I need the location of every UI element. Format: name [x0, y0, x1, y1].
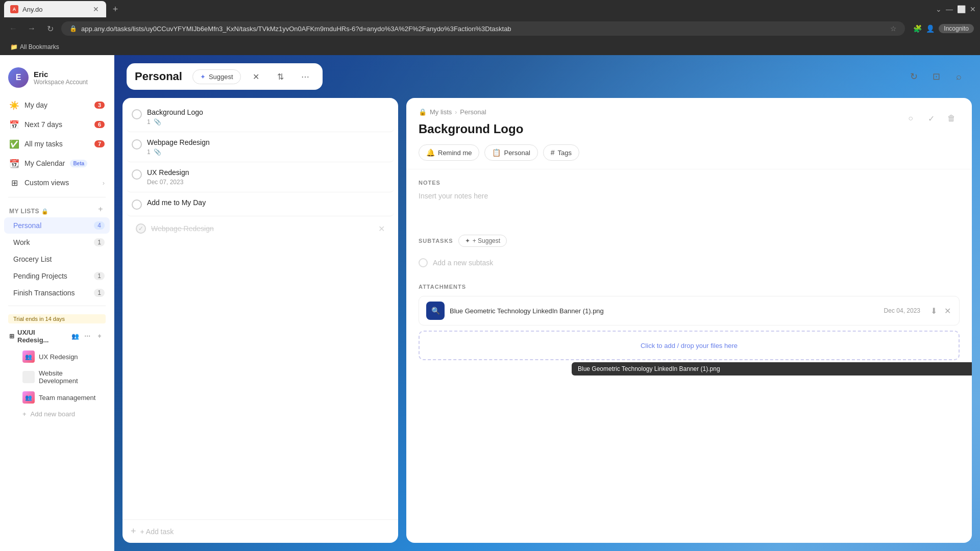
remind-action-icon[interactable]: ○	[902, 110, 919, 127]
detail-title: Background Logo	[419, 122, 896, 136]
tags-chip-icon: #	[551, 148, 555, 157]
breadcrumb-my-lists[interactable]: My lists	[430, 108, 452, 116]
lists-section: Personal 4 Work 1 Grocery List Pending P…	[0, 217, 114, 302]
subtask-suggest-star-icon: ✦	[465, 237, 470, 244]
task-item-add-to-my-day[interactable]: Add me to My Day	[127, 192, 394, 216]
task-item-webpage-redesign[interactable]: Webpage Redesign 1 📎	[127, 132, 394, 162]
list-item-work[interactable]: Work 1	[4, 234, 110, 251]
right-toolbar: ↻ ⊡ ⌕	[904, 67, 968, 86]
user-name: Eric	[34, 70, 106, 79]
delete-action-icon[interactable]: 🗑	[943, 110, 960, 127]
attachment-icon-1: 📎	[154, 118, 161, 126]
custom-views-icon: ⊞	[9, 178, 19, 188]
window-close-icon[interactable]: ✕	[970, 5, 976, 13]
task-title-webpage-redesign: Webpage Redesign	[147, 138, 389, 146]
refresh-button[interactable]: ↻	[904, 67, 923, 86]
add-new-board-button[interactable]: + Add new board	[8, 407, 106, 421]
sidebar-item-next-7-days[interactable]: 📅 Next 7 days 6	[4, 115, 110, 134]
browser-chrome: A Any.do ✕ + ⌄ — ⬜ ✕ ← → ↻ 🔒 app.any.do/…	[0, 0, 980, 55]
task-checkbox-background-logo[interactable]	[132, 109, 142, 119]
completing-check-icon: ✓	[138, 225, 143, 232]
list-item-pending-projects[interactable]: Pending Projects 1	[4, 268, 110, 284]
my-day-icon: ☀️	[9, 100, 19, 110]
board-item-ux-redesign[interactable]: 👥 UX Redesign	[8, 347, 106, 366]
bookmarks-bar: 📁 All Bookmarks	[0, 39, 980, 55]
bookmarks-label[interactable]: 📁 All Bookmarks	[6, 41, 63, 53]
personal-chip-icon: 📋	[492, 148, 501, 157]
add-list-button[interactable]: +	[95, 204, 106, 214]
task-checkbox-ux-redesign[interactable]	[132, 169, 142, 180]
my-day-badge: 3	[94, 102, 105, 109]
my-lists-lock-icon: 🔒	[41, 208, 49, 215]
task-checkbox-webpage-redesign[interactable]	[132, 139, 142, 149]
sort-button[interactable]: ⇅	[272, 67, 290, 86]
maximize-icon[interactable]: ⬜	[957, 5, 966, 13]
task-item-background-logo[interactable]: Background Logo 1 📎	[127, 102, 394, 132]
breadcrumb-current[interactable]: Personal	[460, 108, 486, 116]
workspace-add-icon[interactable]: +	[94, 331, 105, 341]
sidebar-item-my-day[interactable]: ☀️ My day 3	[4, 96, 110, 114]
attachment-remove-button[interactable]: ✕	[944, 306, 951, 316]
task-body-background-logo: Background Logo 1 📎	[147, 108, 389, 126]
more-options-button[interactable]: ⋯	[296, 67, 314, 86]
user-section[interactable]: E Eric Workspace Account	[0, 63, 114, 96]
task-list: Background Logo 1 📎 Webpage	[122, 98, 398, 519]
complete-action-icon[interactable]: ✓	[923, 110, 939, 127]
remind-me-chip[interactable]: 🔔 Remind me	[419, 144, 479, 161]
personal-chip[interactable]: 📋 Personal	[484, 144, 537, 161]
sidebar-item-my-calendar[interactable]: 📆 My Calendar Beta	[4, 154, 110, 172]
sidebar-item-custom-views[interactable]: ⊞ Custom views ›	[4, 173, 110, 192]
url-bar[interactable]: 🔒 app.any.do/tasks/lists/uy0CCuvYFYMIJb6…	[61, 21, 905, 36]
nav-section: ☀️ My day 3 📅 Next 7 days 6 ✅ All my tas…	[0, 96, 114, 193]
attachment-date: Dec 04, 2023	[884, 307, 920, 314]
drop-zone[interactable]: Click to add / drop your files here	[419, 331, 960, 360]
suggest-button[interactable]: ✦ Suggest	[192, 69, 241, 84]
extensions-icon[interactable]: 🧩	[913, 24, 922, 33]
completing-task-dismiss[interactable]: ✕	[378, 224, 385, 234]
attachment-download-button[interactable]: ⬇	[930, 306, 937, 316]
board-item-website-development[interactable]: Website Development	[8, 366, 106, 388]
active-tab[interactable]: A Any.do ✕	[4, 1, 106, 17]
subtask-suggest-label: + Suggest	[473, 237, 500, 244]
workspace-team-icon[interactable]: 👥	[70, 331, 80, 341]
notes-input[interactable]: Insert your notes here	[419, 192, 960, 222]
breadcrumb-lock-icon: 🔒	[419, 108, 427, 116]
user-subtitle: Workspace Account	[34, 79, 106, 86]
workspace-icon: ⊞	[9, 333, 14, 340]
workspace-header[interactable]: ⊞ UX/UI Redesig... 👥 ⋯ +	[4, 325, 110, 347]
new-tab-button[interactable]: +	[108, 2, 122, 16]
list-item-finish-transactions[interactable]: Finish Transactions 1	[4, 285, 110, 301]
add-subtask-area[interactable]: Add a new subtask	[419, 254, 960, 271]
board-item-team-management[interactable]: 👥 Team management	[8, 388, 106, 407]
all-tasks-icon: ✅	[9, 139, 19, 149]
back-button[interactable]: ←	[6, 21, 20, 36]
next-7-days-badge: 6	[94, 121, 105, 128]
list-item-grocery-list[interactable]: Grocery List	[4, 251, 110, 267]
minimize-icon[interactable]: —	[946, 5, 953, 13]
subtasks-header: SUBTASKS ✦ + Suggest	[419, 235, 960, 247]
tab-dropdown-icon[interactable]: ⌄	[936, 5, 942, 13]
add-task-area[interactable]: + + Add task	[122, 519, 398, 543]
pending-projects-label: Pending Projects	[13, 272, 67, 280]
task-checkbox-add-to-my-day[interactable]	[132, 199, 142, 210]
layout-button[interactable]: ⊡	[927, 67, 945, 86]
remind-me-chip-label: Remind me	[438, 149, 472, 157]
bookmark-star-icon[interactable]: ☆	[890, 24, 897, 33]
reload-button[interactable]: ↻	[43, 21, 57, 36]
workspace-more-icon[interactable]: ⋯	[82, 331, 92, 341]
task-item-ux-redesign[interactable]: UX Redesign Dec 07, 2023	[127, 162, 394, 192]
tab-close-button[interactable]: ✕	[92, 4, 100, 14]
lock-icon: 🔒	[69, 25, 77, 32]
tags-chip[interactable]: # Tags	[543, 144, 579, 161]
personal-label: Personal	[13, 221, 41, 230]
forward-button[interactable]: →	[24, 21, 39, 36]
tab-title: Any.do	[22, 6, 88, 13]
subtask-suggest-button[interactable]: ✦ + Suggest	[458, 235, 507, 247]
sidebar-item-all-my-tasks[interactable]: ✅ All my tasks 7	[4, 135, 110, 153]
list-item-personal[interactable]: Personal 4	[4, 217, 110, 234]
my-lists-label: My lists 🔒	[0, 202, 58, 217]
profile-icon[interactable]: 👤	[926, 24, 935, 33]
team-mgmt-avatar: 👥	[22, 391, 35, 404]
search-button[interactable]: ⌕	[949, 67, 968, 86]
close-filter-button[interactable]: ✕	[247, 67, 265, 86]
